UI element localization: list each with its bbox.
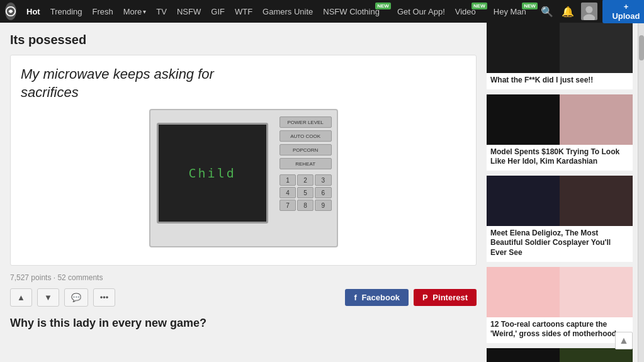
sidebar-img-4-left: [487, 267, 560, 317]
num-2: 2: [297, 174, 314, 186]
num-5: 5: [297, 187, 314, 198]
more-arrow-icon: ▾: [143, 8, 146, 15]
nav-item-nsfw-clothing[interactable]: NSFW Clothing NEW: [318, 0, 392, 23]
sidebar-img-4-right: [560, 267, 633, 317]
post1-image-text: My microwave keeps asking for sacrifices: [21, 65, 466, 101]
post2-title: Why is this lady in every new game?: [10, 317, 477, 330]
notifications-button[interactable]: 🔔: [560, 3, 577, 20]
nav-item-gamers-unite[interactable]: Gamers Unite: [257, 0, 318, 23]
sidebar-img-5: [487, 348, 633, 362]
num-7: 7: [280, 200, 296, 211]
sidebar-img-5-right: [560, 348, 633, 362]
nav-items: Hot Trending Fresh More ▾ TV NSFW GIF WT…: [21, 0, 539, 23]
num-1: 1: [280, 174, 296, 186]
microwave-controls: POWER LEVEL AUTO COOK POPCORN REHEAT 1 2…: [274, 110, 337, 246]
nav-item-trending[interactable]: Trending: [45, 0, 88, 23]
sidebar-img-1: [487, 23, 633, 73]
scrollbar-track[interactable]: [638, 23, 644, 362]
microwave-display: Child: [157, 123, 268, 223]
hey-man-new-badge: NEW: [522, 3, 538, 9]
sidebar-item-2-text: Model Spents $180K Trying To Look Like H…: [487, 145, 633, 171]
nav-item-wtf[interactable]: WTF: [230, 0, 257, 23]
num-3: 3: [315, 174, 331, 186]
sidebar: What the F**K did I just see!! Model Spe…: [487, 23, 638, 362]
site-logo[interactable]: [5, 3, 16, 20]
nav-item-hot[interactable]: Hot: [21, 0, 45, 23]
sidebar-img-3-left: [487, 176, 560, 226]
post1-meta: 7,527 points · 52 comments: [10, 273, 477, 282]
post1-actions: ▲ ▼ 💬 ••• f Facebook P Pinterest: [10, 288, 477, 307]
nav-item-tv[interactable]: TV: [151, 0, 172, 23]
sidebar-img-3: [487, 176, 633, 226]
sidebar-img-3-right: [560, 176, 633, 226]
video-new-badge: NEW: [472, 3, 487, 9]
post1-title: Its posessed: [10, 33, 477, 47]
navbar: Hot Trending Fresh More ▾ TV NSFW GIF WT…: [0, 0, 644, 23]
comment-icon: 💬: [71, 293, 81, 302]
sidebar-item-3[interactable]: Meet Elena Deligioz, The Most Beautiful …: [487, 176, 633, 262]
control-btn-1: POWER LEVEL: [280, 116, 332, 128]
sidebar-item-4-text: 12 Too-real cartoons capture the 'Weird,…: [487, 317, 633, 343]
upload-button[interactable]: + Upload: [602, 0, 644, 23]
sidebar-img-1-left: [487, 23, 560, 73]
nav-item-fresh[interactable]: Fresh: [88, 0, 118, 23]
pinterest-icon: P: [422, 293, 428, 302]
user-avatar[interactable]: [581, 3, 597, 20]
control-btn-3: POPCORN: [280, 144, 332, 156]
num-4: 4: [280, 187, 296, 198]
sidebar-img-4: [487, 267, 633, 317]
nav-right: 🔍 🔔 + Upload: [539, 0, 644, 23]
sidebar-img-2-right: [560, 94, 633, 145]
sidebar-item-5[interactable]: Cyclops goat born with one eye is worshi…: [487, 348, 633, 362]
facebook-share-button[interactable]: f Facebook: [345, 289, 409, 306]
nav-item-gif[interactable]: GIF: [206, 0, 230, 23]
scrollbar-thumb[interactable]: [639, 35, 644, 60]
num-6: 6: [315, 187, 331, 198]
sidebar-img-2: [487, 94, 633, 145]
content-area: Its posessed My microwave keeps asking f…: [0, 23, 487, 362]
nav-item-video[interactable]: Video NEW: [450, 0, 489, 23]
more-icon: •••: [100, 293, 109, 302]
sidebar-item-2[interactable]: Model Spents $180K Trying To Look Like H…: [487, 94, 633, 171]
post1-card: My microwave keeps asking for sacrifices…: [10, 55, 477, 266]
sidebar-img-1-right: [560, 23, 633, 73]
scroll-to-top-button[interactable]: ▲: [615, 332, 633, 349]
control-btn-2: AUTO COOK: [280, 130, 332, 142]
sidebar-item-4[interactable]: 12 Too-real cartoons capture the 'Weird,…: [487, 267, 633, 343]
svg-point-2: [586, 6, 593, 13]
nsfw-clothing-new-badge: NEW: [375, 3, 391, 9]
sidebar-item-1-text: What the F**K did I just see!!: [487, 73, 633, 89]
main-container: Its posessed My microwave keeps asking f…: [0, 23, 644, 362]
more-button[interactable]: •••: [93, 288, 116, 307]
facebook-icon: f: [354, 293, 356, 302]
nav-item-get-app[interactable]: Get Our App!: [392, 0, 450, 23]
pinterest-share-button[interactable]: P Pinterest: [414, 289, 477, 306]
sidebar-img-2-left: [487, 94, 560, 145]
upvote-button[interactable]: ▲: [10, 288, 32, 307]
nav-item-more[interactable]: More ▾: [118, 0, 152, 23]
control-btn-4: REHEAT: [280, 158, 332, 169]
downvote-icon: ▼: [44, 293, 52, 302]
num-9: 9: [315, 200, 331, 211]
scroll-to-top-icon: ▲: [619, 335, 629, 346]
post1-image: Child POWER LEVEL AUTO COOK POPCORN REHE…: [149, 109, 338, 247]
upvote-icon: ▲: [17, 293, 25, 302]
comment-button[interactable]: 💬: [64, 288, 88, 307]
search-button[interactable]: 🔍: [539, 3, 555, 20]
sidebar-item-1[interactable]: What the F**K did I just see!!: [487, 23, 633, 89]
num-8: 8: [297, 200, 314, 211]
sidebar-img-5-left: [487, 348, 560, 362]
nav-item-hey-man[interactable]: Hey Man NEW: [489, 0, 539, 23]
nav-item-nsfw[interactable]: NSFW: [172, 0, 206, 23]
downvote-button[interactable]: ▼: [37, 288, 59, 307]
sidebar-item-3-text: Meet Elena Deligioz, The Most Beautiful …: [487, 226, 633, 262]
